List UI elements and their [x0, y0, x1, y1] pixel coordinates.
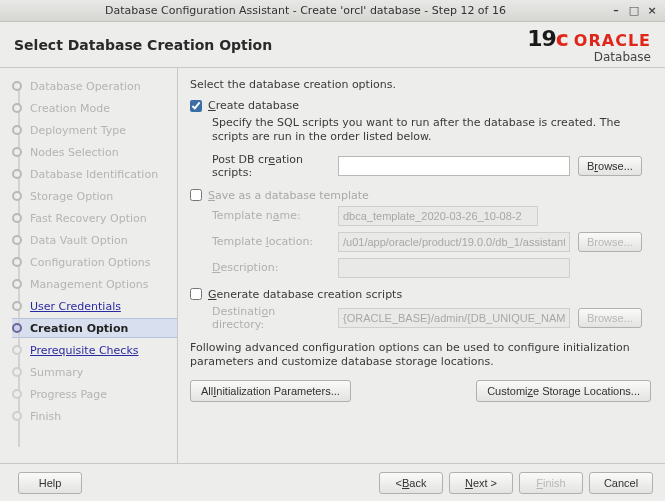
save-template-row: Save as a database template: [190, 189, 651, 202]
content-area: Database Operation Creation Mode Deploym…: [0, 68, 665, 463]
template-desc-input: [338, 258, 570, 278]
create-database-row: Create database: [190, 99, 651, 112]
create-db-desc: Specify the SQL scripts you want to run …: [212, 116, 651, 145]
template-name-label: Template name:: [212, 209, 330, 222]
post-scripts-label: Post DB creation scripts:: [212, 153, 330, 179]
advanced-note: Following advanced configuration options…: [190, 341, 651, 371]
template-name-input: [338, 206, 538, 226]
save-template-checkbox[interactable]: [190, 189, 202, 201]
save-template-label: Save as a database template: [208, 189, 369, 202]
step-configuration-options: Configuration Options: [12, 252, 177, 272]
close-icon[interactable]: ×: [645, 4, 659, 18]
finish-button: Finish: [519, 472, 583, 494]
step-user-credentials[interactable]: User Credentials: [12, 296, 177, 316]
step-deployment-type: Deployment Type: [12, 120, 177, 140]
step-storage-option: Storage Option: [12, 186, 177, 206]
back-button[interactable]: < Back: [379, 472, 443, 494]
help-button[interactable]: Help: [18, 472, 82, 494]
step-finish: Finish: [12, 406, 177, 426]
template-browse-button: Browse...: [578, 232, 642, 252]
instructions-text: Select the database creation options.: [190, 78, 651, 91]
step-prerequisite-checks[interactable]: Prerequisite Checks: [12, 340, 177, 360]
step-summary: Summary: [12, 362, 177, 382]
version-badge: 19c: [527, 26, 568, 51]
main-panel: Select the database creation options. Cr…: [178, 68, 665, 463]
page-title: Select Database Creation Option: [14, 37, 527, 53]
step-progress-page: Progress Page: [12, 384, 177, 404]
footer: Help < Back Next > Finish Cancel: [0, 463, 665, 501]
template-location-label: Template location:: [212, 235, 330, 248]
dest-dir-label: Destination directory:: [212, 305, 330, 331]
minimize-icon[interactable]: –: [609, 4, 623, 18]
customize-storage-button[interactable]: Customize Storage Locations...: [476, 380, 651, 402]
post-scripts-browse-button[interactable]: Browse...: [578, 156, 642, 176]
steps-sidebar: Database Operation Creation Mode Deploym…: [0, 68, 178, 463]
step-fast-recovery-option: Fast Recovery Option: [12, 208, 177, 228]
dest-dir-input: [338, 308, 570, 328]
step-management-options: Management Options: [12, 274, 177, 294]
titlebar: Database Configuration Assistant - Creat…: [0, 0, 665, 22]
gen-scripts-checkbox[interactable]: [190, 288, 202, 300]
post-scripts-input[interactable]: [338, 156, 570, 176]
step-creation-mode: Creation Mode: [12, 98, 177, 118]
init-params-button[interactable]: All Initialization Parameters...: [190, 380, 351, 402]
cancel-button[interactable]: Cancel: [589, 472, 653, 494]
create-database-label: Create database: [208, 99, 299, 112]
vendor-word: ORACLE: [574, 31, 651, 50]
dest-browse-button: Browse...: [578, 308, 642, 328]
template-location-input: [338, 232, 570, 252]
create-database-checkbox[interactable]: [190, 100, 202, 112]
gen-scripts-row: Generate database creation scripts: [190, 288, 651, 301]
brand-logo: 19c ORACLE Database: [527, 26, 651, 64]
step-database-operation: Database Operation: [12, 76, 177, 96]
gen-scripts-label: Generate database creation scripts: [208, 288, 402, 301]
step-data-vault-option: Data Vault Option: [12, 230, 177, 250]
next-button[interactable]: Next >: [449, 472, 513, 494]
template-desc-label: Description:: [212, 261, 330, 274]
maximize-icon[interactable]: □: [627, 4, 641, 18]
step-nodes-selection: Nodes Selection: [12, 142, 177, 162]
window-title: Database Configuration Assistant - Creat…: [6, 4, 605, 17]
step-database-identification: Database Identification: [12, 164, 177, 184]
step-creation-option: Creation Option: [12, 318, 177, 338]
header: Select Database Creation Option 19c ORAC…: [0, 22, 665, 68]
product-word: Database: [574, 50, 651, 64]
